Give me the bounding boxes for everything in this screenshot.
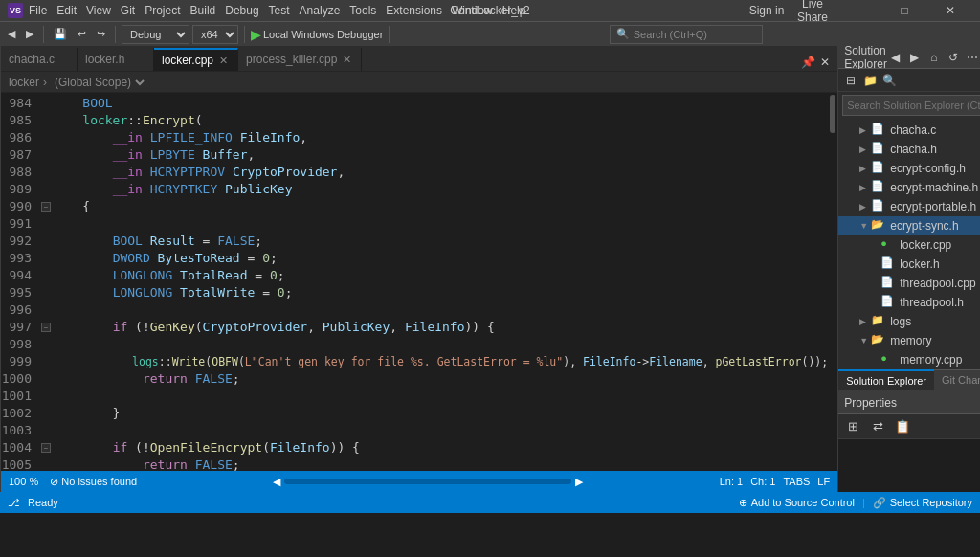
properties-content: [838, 439, 980, 492]
collapse-icon-990[interactable]: −: [41, 202, 51, 212]
sep2: [115, 26, 116, 43]
menu-build[interactable]: Build: [190, 4, 216, 17]
collapse-icon-1004[interactable]: −: [41, 443, 51, 453]
editor-scrollbar[interactable]: [828, 93, 837, 471]
file-tree: ▶ 📄 chacha.c ▶ 📄 chacha.h ▶ 📄 ecrypt-con…: [838, 119, 980, 369]
tab-locker-cpp-close[interactable]: ✕: [217, 55, 230, 67]
solution-explorer-search[interactable]: 🔍: [842, 95, 980, 116]
sign-in-button[interactable]: Sign in: [745, 0, 789, 21]
tree-item-logs[interactable]: ▶ 📁 logs: [838, 312, 980, 331]
save-button[interactable]: 💾: [50, 24, 71, 45]
sol-nav-back[interactable]: ◀: [887, 49, 904, 66]
menu-extensions[interactable]: Extensions: [386, 4, 442, 17]
sol-refresh[interactable]: ↺: [945, 49, 962, 66]
arrow-ecrypt-config: ▶: [859, 164, 871, 173]
ready-label: Ready: [28, 497, 58, 508]
sol-toolbar-btn1[interactable]: ⊟: [842, 72, 859, 89]
menu-project[interactable]: Project: [145, 4, 180, 17]
tree-item-locker-h[interactable]: 📄 locker.h: [838, 255, 980, 274]
sol-toolbar-btn2[interactable]: 📁: [861, 72, 879, 89]
file-icon-threadpool-cpp: 📄: [880, 276, 896, 291]
back-button[interactable]: ◀: [4, 24, 19, 45]
status-right: Ln: 1 Ch: 1 TABS LF: [720, 476, 831, 487]
code-line-1003: 1003: [1, 422, 828, 439]
run-button[interactable]: ▶ Local Windows Debugger: [251, 27, 383, 42]
tree-label-ecrypt-portable: ecrypt-portable.h: [890, 200, 976, 213]
properties-title: Properties: [844, 396, 897, 410]
menu-test[interactable]: Test: [269, 4, 290, 17]
minimize-button[interactable]: —: [836, 0, 880, 21]
maximize-button[interactable]: □: [882, 0, 926, 21]
tree-item-ecrypt-portable[interactable]: ▶ 📄 ecrypt-portable.h: [838, 197, 980, 216]
arrow-ecrypt-machine: ▶: [859, 183, 871, 192]
select-repo-label: Select Repository: [890, 497, 972, 508]
tree-item-threadpool-h[interactable]: 📄 threadpool.h: [838, 293, 980, 312]
close-button[interactable]: ✕: [928, 0, 972, 21]
code-line-993: 993 DWORD BytesToRead = 0;: [1, 250, 828, 267]
menu-git[interactable]: Git: [121, 4, 135, 17]
collapse-icon-997[interactable]: −: [41, 323, 51, 332]
tab-locker-cpp[interactable]: locker.cpp ✕: [154, 48, 238, 71]
menu-file[interactable]: File: [29, 4, 47, 17]
code-line-985: 985 locker::Encrypt(: [1, 112, 828, 129]
tree-item-locker-cpp[interactable]: ● locker.cpp: [838, 235, 980, 255]
search-input[interactable]: [847, 100, 980, 111]
editor-close-button[interactable]: ✕: [816, 54, 834, 71]
file-icon-chacha-h: 📄: [871, 142, 886, 157]
right-panel: Solution Explorer ◀ ▶ ⌂ ↺ ⋯ ✕ 📌 ⊟ 📁 🔍 🔍: [837, 46, 980, 492]
tab-solution-explorer[interactable]: Solution Explorer: [838, 369, 934, 390]
tab-chacha-c[interactable]: chacha.c: [1, 48, 78, 71]
sol-more-options[interactable]: ⋯: [964, 49, 980, 66]
config-dropdown[interactable]: Debug Release: [122, 25, 189, 44]
menu-tools[interactable]: Tools: [349, 4, 376, 17]
menu-view[interactable]: View: [86, 4, 111, 17]
sol-home[interactable]: ⌂: [925, 49, 943, 66]
tree-item-threadpool-cpp[interactable]: 📄 threadpool.cpp: [838, 274, 980, 293]
tree-label-threadpool-cpp: threadpool.cpp: [900, 277, 975, 290]
scroll-right-btn[interactable]: ▶: [575, 476, 583, 488]
scrollbar-h[interactable]: [284, 479, 571, 484]
tree-item-ecrypt-machine[interactable]: ▶ 📄 ecrypt-machine.h: [838, 178, 980, 197]
no-issues: ⊘ No issues found: [50, 476, 137, 488]
source-control-icon: ⊕: [739, 497, 747, 509]
solution-explorer-toolbar: ⊟ 📁 🔍: [838, 69, 980, 92]
live-share-button[interactable]: Live Share: [791, 0, 835, 21]
sol-nav-forward[interactable]: ▶: [906, 49, 924, 66]
platform-dropdown[interactable]: x64 x86: [192, 25, 238, 44]
forward-button[interactable]: ▶: [22, 24, 37, 45]
breadcrumb-scope-select[interactable]: (Global Scope): [51, 75, 147, 90]
tab-process-killer-close[interactable]: ✕: [341, 54, 353, 66]
menu-debug[interactable]: Debug: [225, 4, 258, 17]
redo-button[interactable]: ↪: [93, 24, 109, 45]
menu-edit[interactable]: Edit: [56, 4, 77, 17]
undo-button[interactable]: ↩: [74, 24, 90, 45]
tab-process-killer-label: process_killer.cpp: [246, 53, 337, 66]
tree-item-memory[interactable]: ▼ 📂 memory: [838, 331, 980, 350]
code-line-1002: 1002 }: [1, 405, 828, 422]
tree-item-ecrypt-sync[interactable]: ▼ 📂 ecrypt-sync.h: [838, 216, 980, 235]
menu-analyze[interactable]: Analyze: [300, 4, 341, 17]
code-line-992: 992 BOOL Result = FALSE;: [1, 233, 828, 250]
tree-item-ecrypt-config[interactable]: ▶ 📄 ecrypt-config.h: [838, 159, 980, 178]
sol-toolbar-btn3[interactable]: 🔍: [880, 72, 898, 89]
tab-git-changes[interactable]: Git Changes: [934, 369, 980, 390]
tab-chacha-c-label: chacha.c: [9, 53, 55, 66]
select-repository-button[interactable]: 🔗 Select Repository: [873, 497, 972, 509]
prop-pages[interactable]: 📋: [892, 416, 913, 437]
tab-process-killer[interactable]: process_killer.cpp ✕: [238, 48, 362, 71]
prop-sort-category[interactable]: ⊞: [842, 416, 863, 437]
tab-locker-h[interactable]: locker.h: [78, 48, 154, 71]
code-line-995: 995 LONGLONG TotalWrite = 0;: [1, 284, 828, 301]
file-icon-locker-cpp: ●: [880, 237, 896, 253]
add-source-control-button[interactable]: ⊕ Add to Source Control: [739, 497, 855, 509]
editor-pin-button[interactable]: 📌: [799, 54, 816, 71]
prop-sort-alpha[interactable]: ⇄: [867, 416, 888, 437]
tree-item-memory-cpp[interactable]: ● memory.cpp: [838, 350, 980, 369]
repo-icon: 🔗: [873, 497, 886, 509]
code-editor[interactable]: 984 BOOL 985 locker::Encrypt( 986 __in L…: [1, 93, 828, 471]
tree-item-chacha-h[interactable]: ▶ 📄 chacha.h: [838, 140, 980, 159]
scrollbar-thumb[interactable]: [830, 95, 835, 133]
tree-item-chacha-c[interactable]: ▶ 📄 chacha.c: [838, 121, 980, 140]
search-box[interactable]: 🔍 Search (Ctrl+Q): [610, 25, 763, 44]
scroll-left-btn[interactable]: ◀: [273, 476, 280, 488]
